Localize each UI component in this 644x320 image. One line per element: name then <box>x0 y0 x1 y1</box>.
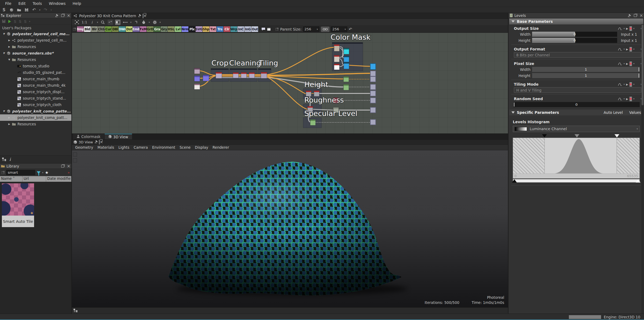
shelf-node-blr[interactable]: Blr <box>91 26 98 32</box>
float-panel-icon[interactable] <box>61 165 64 168</box>
shelf-node-wrp[interactable]: Wrp <box>230 26 237 32</box>
filter-caret-icon[interactable]: ▾ <box>42 171 43 174</box>
reset-caret-icon[interactable]: ▾ <box>633 48 635 50</box>
pixel-height-slider[interactable]: 1 <box>532 73 640 78</box>
shelf-node-ing[interactable]: InG <box>244 26 251 32</box>
link-display-off-button[interactable] <box>108 20 113 25</box>
3d-menu-camera[interactable]: Camera <box>131 145 150 150</box>
library-search-input[interactable] <box>6 170 35 175</box>
function-caret-icon[interactable]: ▾ <box>624 62 625 65</box>
undo-icon[interactable]: ↶ <box>32 8 36 12</box>
parent-width-select[interactable]: 256▾ <box>303 27 319 32</box>
tree-item[interactable]: ▼polyester_knit_coma_patte... <box>0 108 71 114</box>
elbow-wire-icon[interactable] <box>134 20 139 25</box>
reset-toggle[interactable] <box>630 61 632 66</box>
shelf-node-bld[interactable]: Bld <box>84 26 91 32</box>
info-caret-icon[interactable]: ▾ <box>97 21 98 24</box>
collapse-arrow-icon[interactable]: ▶ <box>7 39 12 42</box>
specific-parameters-section[interactable]: Specific Parameters Auto Level Values <box>509 110 643 115</box>
column-name[interactable]: Name ˄ <box>0 176 23 182</box>
tab-3d-view[interactable]: 3D View <box>105 134 132 139</box>
expand-arrow-icon[interactable]: ▼ <box>2 52 6 54</box>
favorites-star-icon[interactable]: ★ <box>45 170 49 175</box>
tree-item[interactable]: ▶polyester_knit_coma_patt... <box>0 114 71 121</box>
pin-icon[interactable] <box>55 14 58 17</box>
3d-menu-renderer[interactable]: Renderer <box>210 145 231 150</box>
pin-icon[interactable] <box>94 140 98 143</box>
timer-icon[interactable] <box>141 20 147 25</box>
shelf-node-cur[interactable]: Cur <box>105 26 112 32</box>
reset-caret-icon[interactable]: ▾ <box>633 83 635 86</box>
tiling-mode-select[interactable]: H and V Tiling <box>514 87 641 93</box>
info-icon[interactable]: i <box>9 157 11 162</box>
link-width-height-button[interactable] <box>321 27 330 32</box>
new-substance-icon[interactable] <box>9 8 14 12</box>
shelf-node-clr[interactable]: Clr <box>224 26 230 32</box>
values-button[interactable]: Values <box>629 110 641 115</box>
auto-level-button[interactable]: Auto Level <box>604 110 623 115</box>
reset-toggle[interactable] <box>630 97 632 101</box>
link-caret-icon[interactable]: ▾ <box>29 20 30 23</box>
reset-caret-icon[interactable]: ▾ <box>633 97 635 100</box>
shelf-node-gra[interactable]: Gra <box>154 26 160 32</box>
tree-item[interactable]: source_main_thumb_4k <box>0 82 71 89</box>
shelf-node-dbl[interactable]: DBl <box>112 26 119 32</box>
tree-item[interactable]: source_triptych_cloth <box>0 101 71 108</box>
output-black-marker[interactable] <box>512 179 517 183</box>
viewport-toggle-1-icon[interactable] <box>73 152 77 157</box>
close-panel-icon[interactable]: × <box>67 164 70 169</box>
3d-menu-materials[interactable]: Materials <box>95 145 116 150</box>
shelf-node-dst[interactable]: Dst <box>126 26 133 32</box>
magnifier-icon[interactable] <box>100 20 105 25</box>
column-url[interactable]: Url <box>23 176 46 182</box>
output-levels-slider[interactable] <box>513 179 640 183</box>
tree-item[interactable]: studio_05_glazed_pat... <box>0 69 71 76</box>
link-1-icon[interactable]: S <box>14 19 16 24</box>
wire-style-caret-icon[interactable]: ▾ <box>130 21 131 24</box>
function-caret-icon[interactable]: ▾ <box>624 97 625 100</box>
external-icon[interactable] <box>73 28 76 31</box>
tree-item[interactable]: source_triptych_displ... <box>0 89 71 95</box>
close-panel-icon[interactable]: × <box>639 13 643 18</box>
reset-size-icon[interactable]: ↶ <box>349 27 352 32</box>
function-icon[interactable] <box>618 48 622 51</box>
shelf-node-lvl[interactable]: Lvl <box>175 26 181 32</box>
tree-item[interactable]: ▶Resources <box>0 121 71 127</box>
comment-icon[interactable] <box>261 27 266 32</box>
shelf-node-fxm[interactable]: FxM <box>140 26 147 32</box>
open-icon[interactable] <box>17 8 21 12</box>
output-height-slider[interactable]: 0 <box>532 38 617 43</box>
reset-toggle[interactable] <box>630 82 632 87</box>
function-icon[interactable] <box>618 97 622 101</box>
menu-file[interactable]: File <box>2 0 15 7</box>
substance-logo-icon[interactable]: S <box>2 8 6 12</box>
tree-item[interactable]: ▼polyester_layered_cell_me... <box>0 31 71 37</box>
reset-caret-icon[interactable]: ▾ <box>633 27 635 30</box>
collapse-arrow-icon[interactable]: ▶ <box>7 116 12 119</box>
expand-arrow-icon[interactable]: ▼ <box>2 32 6 35</box>
redo-icon[interactable]: ↷ <box>43 8 48 12</box>
channel-select[interactable]: Luminance Channel ▾ <box>513 126 640 132</box>
library-item-thumbnail[interactable]: ❖ <box>2 183 34 216</box>
tree-icon[interactable] <box>74 309 78 312</box>
link-3-icon[interactable]: S <box>24 19 27 24</box>
graph-tab-title[interactable]: Polyester 3D Knit Coma Pattern <box>79 14 136 18</box>
undo-caret-icon[interactable]: ▾ <box>39 9 41 11</box>
shelf-node-plx[interactable]: Plx <box>189 26 195 32</box>
external-icon[interactable] <box>2 171 5 174</box>
shelf-node-chs[interactable]: ChS <box>98 26 105 32</box>
tab-colormask[interactable]: Colormask <box>73 134 104 139</box>
float-panel-icon[interactable] <box>634 14 637 17</box>
menu-tools[interactable]: Tools <box>29 0 46 7</box>
3d-menu-display[interactable]: Display <box>193 145 210 150</box>
shelf-node-hsl[interactable]: HSL <box>168 26 174 32</box>
pixel-width-slider[interactable]: 1 <box>532 67 640 72</box>
wire-style-icon[interactable] <box>123 20 128 25</box>
shelf-node-emb[interactable]: Emb <box>133 26 140 32</box>
viewport-toggle-2-icon[interactable] <box>73 158 77 162</box>
tree-item[interactable]: ▼Resources <box>0 56 71 63</box>
shelf-node-gry[interactable]: Gry <box>161 26 167 32</box>
pin-icon[interactable] <box>628 14 631 17</box>
expand-arrow-icon[interactable]: ▼ <box>2 110 6 112</box>
parent-height-select[interactable]: 256▾ <box>331 27 347 32</box>
